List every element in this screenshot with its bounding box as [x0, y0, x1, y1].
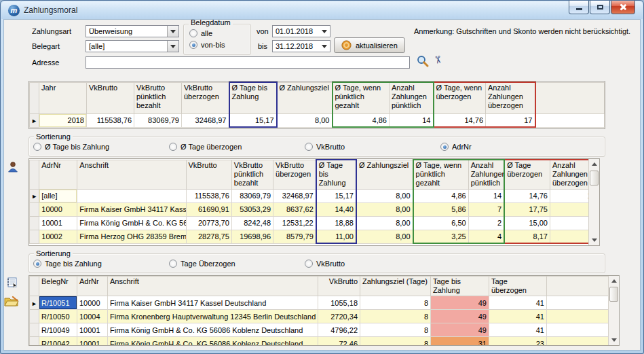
- cell[interactable]: 17,75: [504, 202, 550, 216]
- scroll-down-icon[interactable]: [589, 235, 599, 245]
- cell[interactable]: 17: [486, 113, 535, 127]
- cell[interactable]: 8,00: [277, 113, 333, 127]
- cell[interactable]: 8579,79: [273, 230, 316, 243]
- col-vkbrutto-puenktlich[interactable]: VkBrutto pünktlich bezahlt: [134, 82, 182, 113]
- col-vkbrutto-ueberzogen[interactable]: VkBrutto überzogen: [182, 82, 229, 113]
- scroll-up-icon[interactable]: [589, 159, 599, 169]
- chevron-down-icon[interactable]: [167, 41, 178, 52]
- sort-adr-tage-ueberzogen-radio[interactable]: [169, 143, 177, 151]
- belegdatum-alle-radio[interactable]: [189, 29, 197, 37]
- bis-date-select[interactable]: 31.12.2018: [272, 40, 330, 52]
- cell-adrnr[interactable]: 10001: [77, 337, 108, 346]
- cell[interactable]: 8: [360, 323, 431, 337]
- col-anzahl-puenktlich[interactable]: Anzahl Zahlungen pünktlich: [468, 160, 504, 189]
- col-zahlungsziel[interactable]: Ø Zahlungsziel: [356, 160, 413, 189]
- search-button[interactable]: [416, 54, 430, 69]
- cell[interactable]: 8242,48: [231, 216, 273, 230]
- col-vkbrutto-ueberzogen[interactable]: VkBrutto überzogen: [273, 160, 316, 189]
- cell[interactable]: 53053,29: [231, 202, 273, 216]
- col-vkbrutto[interactable]: VkBrutto: [186, 160, 231, 189]
- cell[interactable]: 8,17: [504, 230, 550, 243]
- belegdatum-vonbis-radio[interactable]: [189, 41, 197, 49]
- col-vkbrutto[interactable]: VkBrutto: [318, 277, 360, 296]
- cell[interactable]: 14,76: [434, 113, 486, 127]
- col-tage-ueberzogen[interactable]: Ø Tage, wenn überzogen: [434, 82, 486, 113]
- cell[interactable]: 1055,18: [318, 296, 360, 310]
- cell-anschrift[interactable]: [77, 189, 186, 202]
- cell[interactable]: 115538,76: [186, 189, 231, 202]
- col-tage-ueberzogen[interactable]: Tage überzogen: [489, 277, 547, 296]
- edit-list-toolbar-button[interactable]: [5, 277, 18, 291]
- scroll-down-icon[interactable]: [609, 335, 619, 345]
- cell[interactable]: 5,86: [413, 202, 469, 216]
- customer-toolbar-button[interactable]: [7, 161, 19, 175]
- cell[interactable]: 3,25: [413, 230, 469, 243]
- document-table-scrollbar[interactable]: [608, 276, 619, 345]
- cell[interactable]: 6,50: [413, 216, 469, 230]
- sort-beleg-tage-ueberzogen-radio[interactable]: [169, 260, 177, 268]
- cell-adrnr[interactable]: 10001: [77, 323, 108, 337]
- cell[interactable]: 41: [489, 323, 547, 337]
- cell[interactable]: 8,00: [356, 216, 413, 230]
- cell[interactable]: 14,76: [504, 189, 550, 202]
- cell[interactable]: 41: [489, 296, 547, 310]
- cell[interactable]: 61690,91: [186, 202, 231, 216]
- cell-belegnr[interactable]: R/10051: [39, 296, 77, 310]
- cell[interactable]: 8: [360, 296, 431, 310]
- cell[interactable]: 83069,79: [134, 113, 182, 127]
- cell-anschrift[interactable]: Firma Kaiser GmbH 34117 Kassel: [77, 202, 186, 216]
- cell[interactable]: 8: [360, 310, 431, 323]
- col-anzahl-puenktlich[interactable]: Anzahl Zahlungen pünktlich: [390, 82, 434, 113]
- chevron-down-icon[interactable]: [319, 26, 330, 37]
- scrollbar-thumb[interactable]: [590, 171, 599, 185]
- cell[interactable]: 2: [468, 216, 504, 230]
- col-adrnr[interactable]: AdrNr: [77, 277, 108, 296]
- cell-adrnr[interactable]: 10000: [77, 296, 108, 310]
- cell[interactable]: 8637,62: [273, 202, 316, 216]
- aktualisieren-button[interactable]: aktualisieren: [334, 37, 405, 53]
- cell[interactable]: 8: [360, 337, 431, 346]
- chevron-down-icon[interactable]: [167, 26, 178, 37]
- col-tage-bis-zahlung[interactable]: Ø Tage bis Zahlung: [316, 160, 356, 189]
- maximize-button[interactable]: [590, 1, 610, 14]
- cell[interactable]: 28278,75: [186, 230, 231, 243]
- cell-tage-bis-zahlung[interactable]: 31: [431, 337, 489, 346]
- col-belegnr[interactable]: BelegNr: [39, 277, 77, 296]
- cell[interactable]: 11,00: [316, 230, 356, 243]
- col-jahr[interactable]: Jahr: [39, 82, 87, 113]
- cell-anschrift[interactable]: Firma König GmbH & Co. KG 56086 Koblenz …: [108, 323, 318, 337]
- col-tage-bis-zahlung[interactable]: Tage bis Zahlung: [431, 277, 489, 296]
- cell[interactable]: 32468,97: [182, 113, 229, 127]
- clear-cut-button[interactable]: ✂: [434, 54, 442, 66]
- col-tage-puenktlich[interactable]: Ø Tage, wenn pünktlich gezahlt: [333, 82, 390, 113]
- cell-jahr[interactable]: 2018: [39, 113, 87, 127]
- adresse-input[interactable]: [86, 56, 410, 69]
- sort-beleg-vkbrutto-radio[interactable]: [305, 260, 313, 268]
- cell[interactable]: 4: [468, 230, 504, 243]
- cell[interactable]: 14: [390, 113, 434, 127]
- col-zahlungsziel[interactable]: Zahlungsziel (Tage): [360, 277, 431, 296]
- sort-adr-vkbrutto-radio[interactable]: [305, 143, 313, 151]
- cell[interactable]: 23: [489, 337, 547, 346]
- col-vkbrutto[interactable]: VkBrutto: [87, 82, 134, 113]
- col-zahlungsziel[interactable]: Ø Zahlungsziel: [277, 82, 333, 113]
- sort-adr-tage-bis-zahlung-radio[interactable]: [33, 143, 41, 151]
- cell[interactable]: 19698,96: [231, 230, 273, 243]
- zahlungsart-select[interactable]: Überweisung: [86, 25, 179, 37]
- cell-anschrift[interactable]: Firma Herzog OHG 28359 Bremer: [77, 230, 186, 243]
- col-anzahl-ueberzogen[interactable]: Anzahl Zahlungen überzogen: [486, 82, 535, 113]
- cell[interactable]: 4,86: [413, 189, 469, 202]
- cell-belegnr[interactable]: R/10049: [39, 323, 77, 337]
- cell[interactable]: 12531,22: [273, 216, 316, 230]
- col-anschrift[interactable]: Anschrift: [108, 277, 318, 296]
- cell[interactable]: 115538,76: [87, 113, 134, 127]
- scrollbar-thumb[interactable]: [609, 287, 618, 302]
- cell[interactable]: 15,17: [316, 189, 356, 202]
- title-bar[interactable]: m Zahlungsmoral: [1, 1, 643, 19]
- cell-anschrift[interactable]: Firma Kronenberg Hauptverwaltung 12345 B…: [108, 310, 318, 323]
- cell[interactable]: 83069,79: [231, 189, 273, 202]
- col-adrnr[interactable]: AdrNr: [39, 160, 77, 189]
- cell[interactable]: 15,00: [504, 216, 550, 230]
- cell[interactable]: 14: [468, 189, 504, 202]
- cell[interactable]: 8,00: [356, 189, 413, 202]
